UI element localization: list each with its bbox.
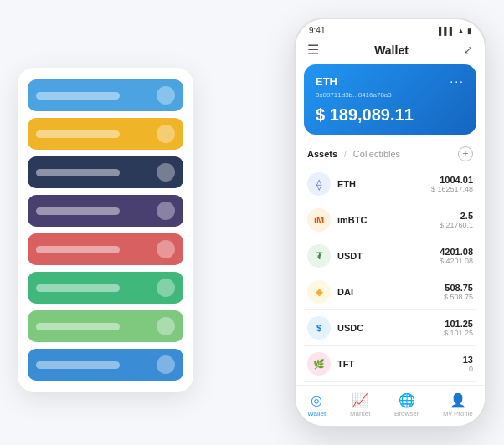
card-bar xyxy=(36,361,120,369)
wallet-nav-icon: ◎ xyxy=(311,392,322,408)
asset-amounts: 101.25 $ 101.25 xyxy=(444,319,473,337)
table-row[interactable]: 🌿 TFT 13 0 xyxy=(304,346,476,382)
table-row[interactable]: iM imBTC 2.5 $ 21760.1 xyxy=(304,202,476,238)
nav-label-market: Market xyxy=(350,410,370,417)
status-icons: ▌▌▌ ▲ ▮ xyxy=(439,27,471,35)
asset-amounts: 1004.01 $ 162517.48 xyxy=(431,175,473,193)
list-item[interactable] xyxy=(28,233,183,265)
asset-list: ⟠ ETH 1004.01 $ 162517.48 iM imBTC 2.5 $… xyxy=(296,166,485,385)
nav-item-browser[interactable]: 🌐 Browser xyxy=(394,392,419,417)
tab-divider: / xyxy=(344,150,347,159)
bottom-nav: ◎ Wallet 📈 Market 🌐 Browser 👤 My Profile xyxy=(296,385,485,426)
profile-nav-icon: 👤 xyxy=(450,392,466,408)
balance-amount: 189,089.11 xyxy=(330,105,414,124)
usdt-icon: ₮ xyxy=(307,244,331,268)
asset-name: ETH xyxy=(337,179,424,189)
add-asset-button[interactable]: + xyxy=(458,146,473,161)
card-icon xyxy=(157,86,175,105)
asset-name: imBTC xyxy=(337,215,433,225)
eth-label: ETH xyxy=(316,75,337,88)
eth-balance: $ 189,089.11 xyxy=(316,105,465,125)
phone-frame: 9:41 ▌▌▌ ▲ ▮ ☰ Wallet ⤢ ETH ··· 0x08711d… xyxy=(294,18,486,427)
card-bar xyxy=(36,246,120,253)
card-icon xyxy=(157,125,175,143)
eth-address: 0x08711d3b...8416a78a3 xyxy=(316,91,465,99)
asset-amount-usd: $ 4201.08 xyxy=(440,257,473,265)
table-row[interactable]: ⟠ ETH 1004.01 $ 162517.48 xyxy=(304,166,476,202)
card-bar xyxy=(36,207,120,215)
list-item[interactable] xyxy=(28,118,183,150)
asset-amounts: 2.5 $ 21760.1 xyxy=(440,211,473,229)
list-item[interactable] xyxy=(28,272,183,304)
card-icon xyxy=(157,202,175,220)
list-item[interactable] xyxy=(28,310,183,342)
asset-amount-usd: $ 101.25 xyxy=(444,329,473,337)
asset-amounts: 4201.08 $ 4201.08 xyxy=(440,247,473,265)
imbtc-icon: iM xyxy=(307,208,331,232)
table-row[interactable]: ₮ USDT 4201.08 $ 4201.08 xyxy=(304,238,476,274)
status-time: 9:41 xyxy=(309,26,325,35)
assets-header: Assets / Collectibles + xyxy=(296,143,485,166)
list-item[interactable] xyxy=(28,79,183,111)
list-item[interactable] xyxy=(28,195,183,227)
eth-card-header: ETH ··· xyxy=(316,74,465,88)
card-icon xyxy=(157,317,175,335)
page-title: Wallet xyxy=(374,43,409,57)
balance-prefix: $ xyxy=(316,105,325,124)
browser-nav-icon: 🌐 xyxy=(399,392,415,408)
eth-card[interactable]: ETH ··· 0x08711d3b...8416a78a3 $ 189,089… xyxy=(304,64,476,135)
eth-dots-menu[interactable]: ··· xyxy=(450,74,465,88)
card-icon xyxy=(157,355,175,374)
table-row[interactable]: ◈ DAI 508.75 $ 508.75 xyxy=(304,274,476,310)
asset-amount-main: 4201.08 xyxy=(440,247,473,257)
asset-amount-usd: $ 21760.1 xyxy=(440,221,473,229)
asset-amount-main: 13 xyxy=(463,355,473,365)
nav-label-profile: My Profile xyxy=(443,410,473,417)
expand-icon[interactable]: ⤢ xyxy=(464,43,473,56)
nav-label-wallet: Wallet xyxy=(307,410,326,417)
status-bar: 9:41 ▌▌▌ ▲ ▮ xyxy=(296,19,485,38)
eth-icon: ⟠ xyxy=(307,172,331,196)
usdc-icon: $ xyxy=(307,316,331,340)
asset-name: DAI xyxy=(337,287,437,297)
card-icon xyxy=(157,279,175,297)
asset-amount-main: 508.75 xyxy=(444,283,473,293)
asset-name: TFT xyxy=(337,359,456,369)
dai-icon: ◈ xyxy=(307,280,331,304)
card-bar xyxy=(36,284,120,292)
asset-amount-usd: $ 162517.48 xyxy=(431,185,473,193)
card-icon xyxy=(157,240,175,258)
card-icon xyxy=(157,163,175,182)
asset-name: USDC xyxy=(337,323,437,333)
asset-name: USDT xyxy=(337,251,433,261)
nav-label-browser: Browser xyxy=(394,410,419,417)
card-bar xyxy=(36,130,120,138)
nav-item-profile[interactable]: 👤 My Profile xyxy=(443,392,473,417)
list-item[interactable] xyxy=(28,156,183,188)
wifi-icon: ▲ xyxy=(457,27,465,35)
battery-icon: ▮ xyxy=(467,27,471,35)
signal-icon: ▌▌▌ xyxy=(439,27,455,35)
asset-amount-main: 2.5 xyxy=(440,211,473,221)
tab-assets[interactable]: Assets xyxy=(307,149,337,159)
asset-amounts: 13 0 xyxy=(463,355,473,373)
list-item[interactable] xyxy=(28,349,183,381)
top-nav: ☰ Wallet ⤢ xyxy=(296,38,485,64)
assets-tabs: Assets / Collectibles xyxy=(307,149,400,159)
menu-icon[interactable]: ☰ xyxy=(307,42,319,58)
card-bar xyxy=(36,92,120,100)
card-bar xyxy=(36,169,120,176)
nav-item-market[interactable]: 📈 Market xyxy=(350,392,370,417)
asset-amounts: 508.75 $ 508.75 xyxy=(444,283,473,301)
asset-amount-usd: $ 508.75 xyxy=(444,293,473,301)
card-stack xyxy=(18,68,193,392)
card-bar xyxy=(36,323,120,330)
asset-amount-main: 1004.01 xyxy=(431,175,473,185)
table-row[interactable]: $ USDC 101.25 $ 101.25 xyxy=(304,310,476,346)
tab-collectibles[interactable]: Collectibles xyxy=(353,149,400,159)
market-nav-icon: 📈 xyxy=(352,392,368,408)
asset-amount-main: 101.25 xyxy=(444,319,473,329)
asset-amount-usd: 0 xyxy=(463,365,473,373)
nav-item-wallet[interactable]: ◎ Wallet xyxy=(307,392,326,417)
scene: 9:41 ▌▌▌ ▲ ▮ ☰ Wallet ⤢ ETH ··· 0x08711d… xyxy=(18,18,486,427)
